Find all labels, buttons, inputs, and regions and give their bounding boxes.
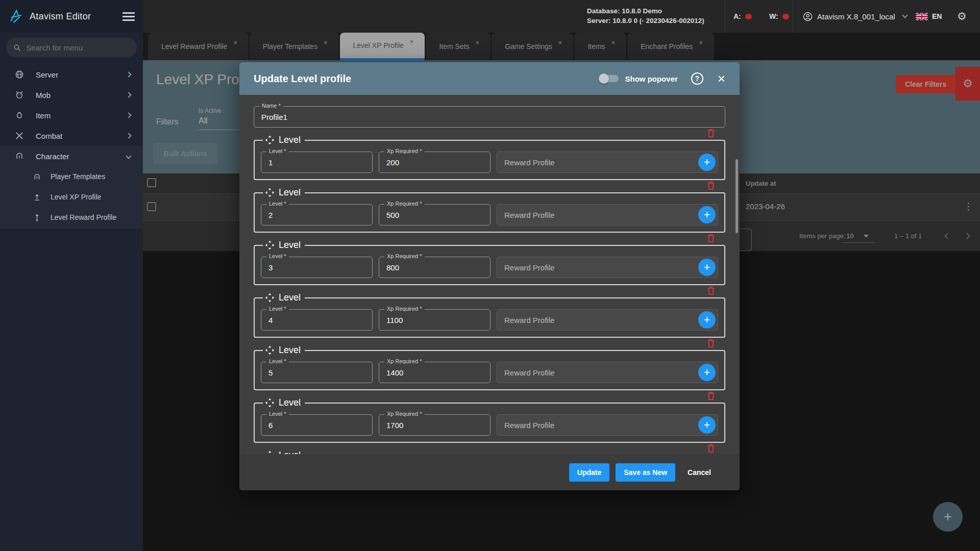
- add-reward-button[interactable]: +: [698, 259, 716, 276]
- level-field[interactable]: Level *: [261, 414, 373, 436]
- xp-required-field[interactable]: Xp Required *: [379, 309, 491, 331]
- tab[interactable]: Item Sets ×: [426, 33, 491, 60]
- update-button[interactable]: Update: [569, 463, 609, 482]
- delete-level-button[interactable]: [702, 286, 720, 297]
- level-input[interactable]: [261, 152, 372, 172]
- sidebar-item-player-templates[interactable]: Player Templates: [0, 166, 143, 187]
- xp-input[interactable]: [379, 415, 490, 435]
- reward-profile-placeholder: Reward Profile: [504, 368, 554, 377]
- drag-move-icon[interactable]: [265, 398, 275, 408]
- tab-close-icon[interactable]: ×: [558, 39, 562, 46]
- search-input[interactable]: [26, 43, 130, 52]
- tab[interactable]: Level Reward Profile ×: [148, 33, 249, 60]
- reward-profile-select[interactable]: Reward Profile +: [497, 204, 718, 226]
- level-fieldset: Level Level * Xp Required * Reward Profi…: [254, 187, 725, 233]
- sidebar-item-mob[interactable]: Mob: [0, 85, 143, 105]
- account-menu[interactable]: Atavism X.8_001_local: [803, 0, 907, 33]
- drag-move-icon[interactable]: [265, 135, 275, 145]
- xp-input[interactable]: [379, 257, 490, 278]
- level-input[interactable]: [261, 415, 372, 435]
- chevron-right-icon: [126, 133, 131, 138]
- level-input[interactable]: [261, 310, 372, 330]
- drag-move-icon[interactable]: [265, 450, 275, 454]
- xp-input[interactable]: [379, 152, 490, 172]
- level-input[interactable]: [261, 205, 372, 225]
- sidebar-item-level-xp-profile[interactable]: Level XP Profile: [0, 187, 143, 207]
- add-reward-button[interactable]: +: [698, 206, 716, 223]
- reward-profile-select[interactable]: Reward Profile +: [497, 309, 718, 331]
- level-input[interactable]: [261, 257, 372, 278]
- add-reward-button[interactable]: +: [698, 364, 716, 381]
- sidebar-item-item[interactable]: Item: [0, 105, 143, 126]
- tab[interactable]: Items ×: [574, 33, 626, 60]
- xp-required-field[interactable]: Xp Required *: [379, 152, 491, 173]
- xp-input[interactable]: [379, 205, 490, 225]
- reward-profile-select[interactable]: Reward Profile +: [497, 152, 718, 173]
- tab-close-icon[interactable]: ×: [410, 38, 414, 45]
- level-field[interactable]: Level *: [261, 152, 373, 173]
- sidebar-item-combat[interactable]: Combat: [0, 126, 143, 146]
- tab[interactable]: Game Settings ×: [492, 33, 573, 60]
- name-field[interactable]: Name *: [254, 106, 725, 128]
- sidebar-item-label: Server: [36, 70, 127, 79]
- add-reward-button[interactable]: +: [698, 416, 716, 434]
- save-as-new-button[interactable]: Save as New: [616, 463, 675, 482]
- drag-move-icon[interactable]: [265, 345, 275, 355]
- drag-move-icon[interactable]: [265, 293, 275, 303]
- xp-input[interactable]: [379, 362, 490, 383]
- help-button[interactable]: ?: [691, 72, 703, 85]
- language-selector[interactable]: EN: [916, 0, 942, 33]
- tab[interactable]: Enchant Profiles ×: [627, 33, 714, 60]
- xp-required-field[interactable]: Xp Required *: [379, 362, 491, 383]
- tab[interactable]: Player Templates ×: [250, 33, 339, 60]
- settings-gear-icon[interactable]: ⚙: [957, 0, 967, 33]
- reward-profile-select[interactable]: Reward Profile +: [497, 257, 718, 278]
- xp-input[interactable]: [379, 310, 490, 330]
- reward-profile-select[interactable]: Reward Profile +: [497, 414, 718, 436]
- delete-level-button[interactable]: [702, 443, 720, 454]
- add-reward-button[interactable]: +: [698, 311, 716, 329]
- show-popover-toggle[interactable]: [600, 75, 619, 82]
- level-field[interactable]: Level *: [261, 257, 373, 278]
- level-field[interactable]: Level *: [261, 204, 373, 226]
- close-dialog-button[interactable]: ×: [718, 72, 725, 85]
- divider: [725, 0, 725, 33]
- delete-level-button[interactable]: [702, 181, 720, 192]
- world-status: W:: [769, 0, 789, 33]
- menu-hamburger-icon[interactable]: [122, 12, 135, 21]
- tab[interactable]: Level XP Profile ×: [340, 33, 425, 60]
- sidebar-search[interactable]: [6, 38, 137, 57]
- xp-required-field[interactable]: Xp Required *: [379, 414, 491, 436]
- user-circle-icon: [803, 12, 813, 21]
- plus-icon: +: [704, 157, 710, 168]
- name-input[interactable]: [254, 107, 725, 127]
- modal-scrollbar[interactable]: [736, 159, 738, 233]
- xp-required-field[interactable]: Xp Required *: [379, 257, 491, 278]
- delete-level-button[interactable]: [702, 391, 720, 403]
- level-input[interactable]: [261, 362, 372, 383]
- sidebar-item-character[interactable]: Character: [0, 146, 143, 166]
- reward-profile-placeholder: Reward Profile: [504, 421, 554, 430]
- level-field[interactable]: Level *: [261, 362, 373, 383]
- tab-close-icon[interactable]: ×: [611, 39, 616, 46]
- sidebar-item-level-reward-profile[interactable]: Level Reward Profile: [0, 207, 143, 228]
- delete-level-button[interactable]: [702, 128, 720, 140]
- drag-move-icon[interactable]: [265, 188, 275, 197]
- toggle-knob: [599, 73, 609, 84]
- tab-close-icon[interactable]: ×: [324, 39, 328, 46]
- reward-profile-select[interactable]: Reward Profile +: [497, 362, 718, 383]
- trash-icon: [706, 128, 716, 138]
- delete-level-button[interactable]: [702, 338, 720, 350]
- tab-label: Game Settings: [505, 42, 552, 51]
- cancel-button[interactable]: Cancel: [681, 468, 717, 477]
- tab-close-icon[interactable]: ×: [233, 39, 237, 46]
- reward-profile-placeholder: Reward Profile: [504, 211, 554, 219]
- xp-required-field[interactable]: Xp Required *: [379, 204, 491, 226]
- drag-move-icon[interactable]: [265, 240, 275, 250]
- tab-close-icon[interactable]: ×: [699, 39, 703, 46]
- delete-level-button[interactable]: [702, 233, 720, 245]
- sidebar-item-server[interactable]: Server: [0, 64, 143, 85]
- tab-close-icon[interactable]: ×: [476, 39, 480, 46]
- add-reward-button[interactable]: +: [698, 154, 716, 171]
- level-field[interactable]: Level *: [261, 309, 373, 331]
